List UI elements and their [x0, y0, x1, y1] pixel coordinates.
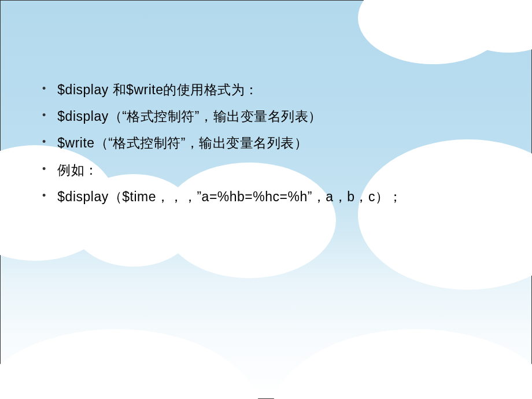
- bullet-text: 例如：: [57, 161, 98, 179]
- list-item: • $display（$time，，，”a=%hb=%hc=%h”，a，b，c）…: [42, 187, 531, 206]
- bullet-marker: •: [42, 108, 46, 123]
- cloud-decoration: [0, 329, 261, 399]
- list-item: • $display 和$write的使用格式为：: [42, 80, 531, 99]
- bullet-marker: •: [42, 135, 46, 149]
- bullet-marker: •: [42, 82, 46, 96]
- slide-container: • $display 和$write的使用格式为： • $display（“格式…: [0, 0, 532, 399]
- list-item: • 例如：: [42, 161, 531, 179]
- bullet-text: $write（“格式控制符”，输出变量名列表）: [57, 134, 308, 152]
- list-item: • $write（“格式控制符”，输出变量名列表）: [42, 134, 531, 152]
- bullet-list: • $display 和$write的使用格式为： • $display（“格式…: [42, 80, 531, 206]
- list-item: • $display（“格式控制符”，输出变量名列表）: [42, 107, 531, 125]
- content-area: • $display 和$write的使用格式为： • $display（“格式…: [1, 1, 531, 206]
- bullet-marker: •: [42, 162, 46, 176]
- bullet-text: $display（“格式控制符”，输出变量名列表）: [57, 107, 322, 125]
- bullet-text: $display（$time，，，”a=%hb=%hc=%h”，a，b，c）；: [57, 187, 402, 206]
- cloud-decoration: [271, 329, 532, 399]
- bullet-marker: •: [42, 189, 46, 203]
- bullet-text: $display 和$write的使用格式为：: [57, 80, 258, 99]
